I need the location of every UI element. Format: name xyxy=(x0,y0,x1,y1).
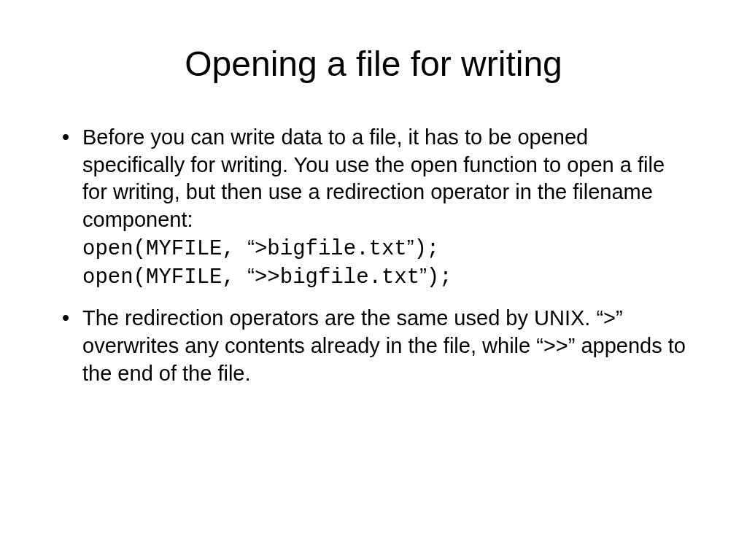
bullet-text-part: overwrites any contents already in the f… xyxy=(82,334,536,357)
bullet-item: The redirection operators are the same u… xyxy=(55,305,692,387)
bullet-item: Before you can write data to a file, it … xyxy=(55,124,692,292)
bullet-text: Before you can write data to a file, it … xyxy=(82,125,665,231)
bullet-list: Before you can write data to a file, it … xyxy=(55,124,692,387)
bullet-text-part: The redirection operators are the same u… xyxy=(82,306,596,330)
slide-title: Opening a file for writing xyxy=(55,44,692,84)
slide-content: Before you can write data to a file, it … xyxy=(55,124,692,387)
code-line: open(MYFILE, “>bigfile.txt”); xyxy=(82,234,692,263)
code-line: open(MYFILE, “>>bigfile.txt”); xyxy=(82,262,692,292)
